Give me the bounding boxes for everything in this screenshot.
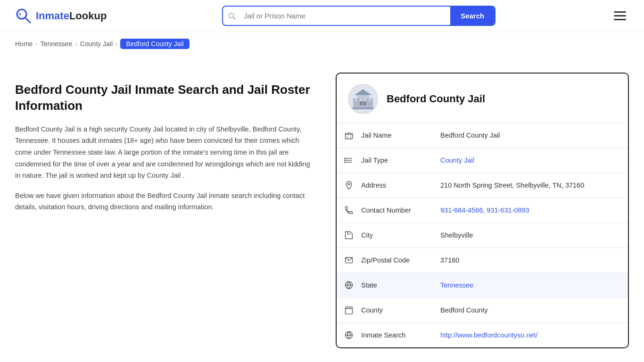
phone-icon <box>337 198 361 222</box>
svg-point-20 <box>345 160 346 161</box>
city-icon <box>337 223 361 247</box>
breadcrumb-county-jail[interactable]: County Jail <box>80 40 113 48</box>
globe-icon <box>337 323 361 347</box>
breadcrumb-tennessee[interactable]: Tennessee <box>41 40 73 48</box>
svg-rect-14 <box>351 107 375 109</box>
page-description-2: Below we have given information about th… <box>15 190 317 213</box>
pin-icon <box>337 173 361 197</box>
card-header: Bedford County Jail <box>337 74 628 123</box>
info-card: Bedford County Jail Jail Name Bedford Co… <box>336 73 629 348</box>
svg-marker-7 <box>355 89 372 95</box>
county-value: Bedford County <box>437 299 628 321</box>
svg-line-4 <box>233 17 235 19</box>
breadcrumb-current: Bedford County Jail <box>120 39 189 49</box>
main-content: Bedford County Jail Inmate Search and Ja… <box>0 54 644 362</box>
jail-name-label: Jail Name <box>361 124 437 147</box>
svg-rect-11 <box>364 99 366 101</box>
search-button[interactable]: Search <box>450 7 495 25</box>
jail-building-image <box>351 87 375 111</box>
jail-type-link[interactable]: County Jail <box>440 156 474 164</box>
state-label: State <box>361 274 437 296</box>
svg-point-22 <box>348 183 350 185</box>
page-description-1: Bedford County Jail is a high security C… <box>15 123 317 181</box>
breadcrumb-sep-1: › <box>35 41 37 48</box>
table-row: State Tennessee <box>337 273 628 298</box>
inmate-search-link[interactable]: http://www.bedfordcountyso.net/ <box>440 331 537 339</box>
svg-rect-15 <box>346 133 353 139</box>
svg-rect-10 <box>360 99 362 101</box>
svg-point-2 <box>18 13 21 16</box>
site-header: InmateLookup Search <box>0 0 644 32</box>
page-heading: Bedford County Jail Inmate Search and Ja… <box>15 82 317 114</box>
state-icon <box>337 273 361 297</box>
hamburger-line-2 <box>614 15 626 16</box>
logo-link[interactable]: InmateLookup <box>15 8 107 25</box>
table-row: County Bedford County <box>337 298 628 323</box>
address-value: 210 North Spring Street, Shelbyville, TN… <box>437 174 628 197</box>
table-row: Address 210 North Spring Street, Shelbyv… <box>337 173 628 198</box>
county-label: County <box>361 299 437 321</box>
zip-icon <box>337 248 361 272</box>
building-icon <box>337 123 361 148</box>
contact-label: Contact Number <box>361 199 437 222</box>
table-row: City Shelbyville <box>337 223 628 248</box>
address-label: Address <box>361 174 437 197</box>
search-icon-wrap <box>223 12 241 20</box>
state-value: Tennessee <box>437 274 628 296</box>
svg-rect-12 <box>355 99 357 101</box>
jail-avatar <box>348 84 378 114</box>
card-title: Bedford County Jail <box>387 93 485 105</box>
county-icon <box>337 298 361 322</box>
info-table: Jail Name Bedford County Jail <box>337 123 628 347</box>
jail-type-label: Jail Type <box>361 149 437 172</box>
contact-link[interactable]: 931-684-4566, 931-631-0893 <box>440 206 529 214</box>
svg-rect-8 <box>360 101 363 105</box>
search-input[interactable] <box>241 7 450 25</box>
breadcrumb: Home › Tennessee › County Jail › Bedford… <box>0 32 644 54</box>
search-area: Search <box>222 6 495 26</box>
table-row: Contact Number 931-684-4566, 931-631-089… <box>337 198 628 223</box>
contact-value: 931-684-4566, 931-631-0893 <box>437 199 628 222</box>
jail-type-value: County Jail <box>437 149 628 172</box>
logo-icon <box>15 8 32 25</box>
svg-point-19 <box>345 158 346 159</box>
zip-label: Zip/Postal Code <box>361 249 437 272</box>
hamburger-line-1 <box>614 11 626 13</box>
inmate-search-value: http://www.bedfordcountyso.net/ <box>437 324 628 346</box>
table-row: Jail Name Bedford County Jail <box>337 123 628 148</box>
logo-text: InmateLookup <box>36 10 107 22</box>
inmate-search-label: Inmate Search <box>361 324 437 346</box>
search-icon <box>228 12 236 20</box>
breadcrumb-sep-2: › <box>75 41 77 48</box>
hamburger-line-3 <box>614 19 626 20</box>
list-icon <box>337 148 361 173</box>
svg-rect-13 <box>369 99 371 101</box>
state-link[interactable]: Tennessee <box>440 281 473 289</box>
svg-point-21 <box>345 162 346 163</box>
table-row: Inmate Search http://www.bedfordcountyso… <box>337 323 628 347</box>
breadcrumb-sep-3: › <box>116 41 117 48</box>
jail-name-value: Bedford County Jail <box>437 124 628 147</box>
svg-line-1 <box>25 17 30 23</box>
city-value: Shelbyville <box>437 224 628 247</box>
left-column: Bedford County Jail Inmate Search and Ja… <box>15 73 317 348</box>
search-wrapper: Search <box>222 6 495 26</box>
hamburger-menu[interactable] <box>611 8 629 23</box>
svg-rect-6 <box>357 95 369 99</box>
city-label: City <box>361 224 437 247</box>
right-column: Bedford County Jail Jail Name Bedford Co… <box>336 73 629 348</box>
table-row: Zip/Postal Code 37160 <box>337 248 628 273</box>
table-row: Jail Type County Jail <box>337 148 628 173</box>
zip-value: 37160 <box>437 249 628 272</box>
breadcrumb-home[interactable]: Home <box>15 40 33 48</box>
svg-rect-9 <box>363 101 366 105</box>
